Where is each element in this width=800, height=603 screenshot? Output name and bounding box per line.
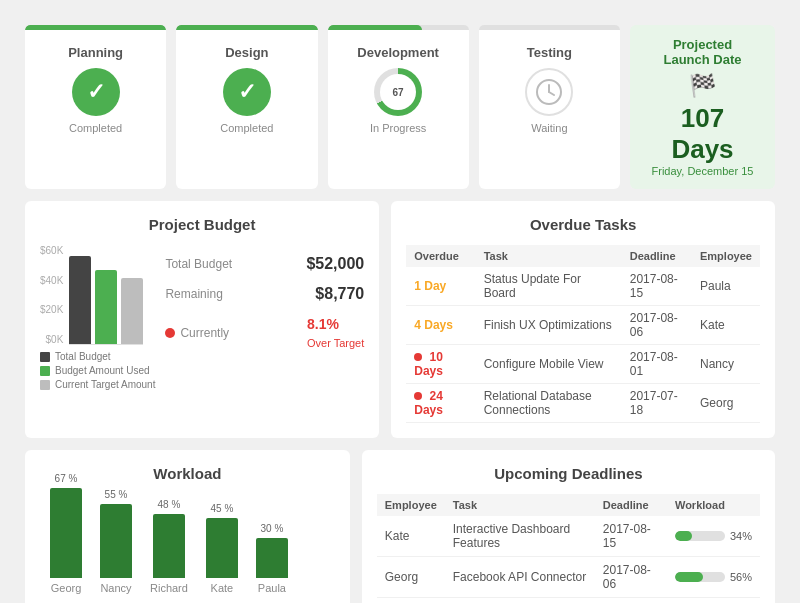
development-icon: 67 <box>374 68 422 116</box>
workload-header: Workload <box>667 494 760 516</box>
launch-title: Projected Launch Date <box>648 37 757 67</box>
employee-name: Kate <box>692 306 760 345</box>
y-label-60k: $60K <box>40 245 63 256</box>
legend-label-total: Total Budget <box>55 351 111 362</box>
design-icon: ✓ <box>223 68 271 116</box>
budget-legend: Total Budget Budget Amount Used Current … <box>40 351 155 390</box>
overdue-days: 24 Days <box>406 384 475 423</box>
workload-pill: 34% <box>675 530 752 542</box>
stage-development: Development 67 In Progress <box>328 25 469 189</box>
overdue-col-header: Overdue <box>406 245 475 267</box>
workload-pill: 56% <box>675 571 752 583</box>
workload-pct: 67 % <box>55 473 78 484</box>
stage-testing: Testing Waiting <box>479 25 620 189</box>
stage-development-title: Development <box>357 45 439 60</box>
y-label-20k: $20K <box>40 304 63 315</box>
overdue-table: Overdue Task Deadline Employee 1 Day Sta… <box>406 245 760 423</box>
workload-bar <box>153 514 185 578</box>
stage-testing-title: Testing <box>527 45 572 60</box>
upcoming-deadline: 2017-08-15 <box>595 516 667 557</box>
deadline-date: 2017-08-06 <box>622 306 692 345</box>
bar-budget-used <box>95 270 117 344</box>
legend-label-target: Current Target Amount <box>55 379 155 390</box>
budget-stats: Total Budget $52,000 Remaining $8,770 Cu… <box>165 245 364 363</box>
design-status: Completed <box>220 122 273 134</box>
progress-bar-container <box>25 25 166 30</box>
deadline-header: Deadline <box>595 494 667 516</box>
task-name: Status Update For Board <box>476 267 622 306</box>
workload-bar <box>100 504 132 578</box>
pill-pct: 56% <box>730 571 752 583</box>
table-row: 1 Day Status Update For Board 2017-08-15… <box>406 267 760 306</box>
table-row: Nancy Set-Up Test Environment 2017-08-01… <box>377 598 760 604</box>
workload-name: Georg <box>51 582 82 594</box>
progress-bar-fill-2 <box>176 25 317 30</box>
stat-total-label: Total Budget <box>165 257 232 271</box>
employee-name: Nancy <box>692 345 760 384</box>
stat-currently-value: 8.1% Over Target <box>307 315 364 351</box>
task-col-header: Task <box>476 245 622 267</box>
pill-bar-fill <box>675 531 692 541</box>
employee-col-header: Employee <box>692 245 760 267</box>
dashboard: Planning ✓ Completed Design ✓ Completed … <box>10 10 790 603</box>
planning-icon: ✓ <box>72 68 120 116</box>
employee-name: Paula <box>692 267 760 306</box>
workload-pct: 30 % <box>261 523 284 534</box>
task-header: Task <box>445 494 595 516</box>
y-label-40k: $40K <box>40 275 63 286</box>
workload-title: Workload <box>40 465 335 482</box>
upcoming-employee: Georg <box>377 557 445 598</box>
deadline-col-header: Deadline <box>622 245 692 267</box>
workload-pct: 48 % <box>158 499 181 510</box>
table-row: 4 Days Finish UX Optimizations 2017-08-0… <box>406 306 760 345</box>
launch-days: 107 Days <box>648 103 757 165</box>
planning-status: Completed <box>69 122 122 134</box>
overdue-days: 10 Days <box>406 345 475 384</box>
upcoming-card: Upcoming Deadlines Employee Task Deadlin… <box>362 450 775 603</box>
employee-name: Georg <box>692 384 760 423</box>
upcoming-workload: 34% <box>667 516 760 557</box>
workload-bar-col: 48 % Richard <box>150 499 188 594</box>
task-name: Configure Mobile View <box>476 345 622 384</box>
bottom-section: Workload 67 % Georg 55 % Nancy 48 % Rich… <box>25 450 775 603</box>
overdue-days: 1 Day <box>406 267 475 306</box>
upcoming-title: Upcoming Deadlines <box>377 465 760 482</box>
testing-icon <box>525 68 573 116</box>
workload-bar <box>206 518 238 578</box>
stage-planning: Planning ✓ Completed <box>25 25 166 189</box>
budget-card: Project Budget $60K $40K $20K $0K <box>25 201 379 438</box>
upcoming-workload: 15% <box>667 598 760 604</box>
table-row: Kate Interactive Dashboard Features 2017… <box>377 516 760 557</box>
table-row: Georg Facebook API Connector 2017-08-06 … <box>377 557 760 598</box>
legend-target: Current Target Amount <box>40 379 155 390</box>
stage-design-title: Design <box>225 45 268 60</box>
development-percent: 67 <box>380 74 416 110</box>
legend-box-used <box>40 366 50 376</box>
deadline-date: 2017-07-18 <box>622 384 692 423</box>
middle-section: Project Budget $60K $40K $20K $0K <box>25 201 775 438</box>
legend-total: Total Budget <box>40 351 155 362</box>
flag-icon: 🏁 <box>689 73 716 99</box>
workload-bar-col: 45 % Kate <box>206 503 238 594</box>
task-name: Finish UX Optimizations <box>476 306 622 345</box>
clock-icon <box>535 78 563 106</box>
deadline-date: 2017-08-15 <box>622 267 692 306</box>
workload-card: Workload 67 % Georg 55 % Nancy 48 % Rich… <box>25 450 350 603</box>
pill-bar-bg <box>675 531 725 541</box>
upcoming-employee: Nancy <box>377 598 445 604</box>
upcoming-deadline: 2017-08-01 <box>595 598 667 604</box>
legend-used: Budget Amount Used <box>40 365 155 376</box>
launch-card: Projected Launch Date 🏁 107 Days Friday,… <box>630 25 775 189</box>
legend-box-target <box>40 380 50 390</box>
overdue-title: Overdue Tasks <box>406 216 760 233</box>
stat-total-value: $52,000 <box>306 255 364 273</box>
table-row: 24 Days Relational Database Connections … <box>406 384 760 423</box>
overdue-card: Overdue Tasks Overdue Task Deadline Empl… <box>391 201 775 438</box>
y-label-0k: $0K <box>40 334 63 345</box>
workload-pct: 45 % <box>211 503 234 514</box>
top-section: Planning ✓ Completed Design ✓ Completed … <box>25 25 775 189</box>
over-target-label: Over Target <box>307 337 364 349</box>
bar-target-amount <box>121 278 143 344</box>
workload-name: Kate <box>211 582 234 594</box>
workload-name: Richard <box>150 582 188 594</box>
